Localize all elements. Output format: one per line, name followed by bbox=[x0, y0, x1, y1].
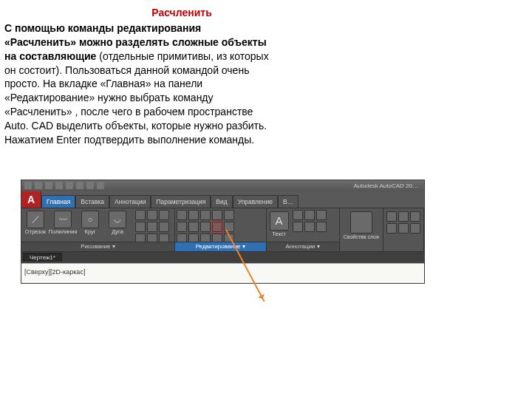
draw-polyline-button[interactable]: 〰 Полилиния bbox=[50, 210, 75, 244]
qat-icon[interactable] bbox=[55, 182, 63, 189]
draw-small-grid bbox=[135, 210, 169, 244]
draw-circle-label: Круг bbox=[85, 229, 96, 235]
tab-manage[interactable]: Управление bbox=[233, 195, 278, 208]
draw-tool-icon[interactable] bbox=[135, 222, 146, 232]
window-title: Autodesk AutoCAD 20… bbox=[353, 183, 421, 189]
draw-tool-icon[interactable] bbox=[147, 222, 157, 232]
drawing-viewport[interactable]: [Сверху][2D-каркас] bbox=[21, 263, 424, 283]
layer-properties-icon[interactable] bbox=[350, 211, 372, 233]
panel-draw: ／ Отрезок 〰 Полилиния ○ Круг ◡ Дуга bbox=[21, 208, 175, 251]
tab-home[interactable]: Главная bbox=[41, 195, 75, 208]
edit-tool-icon[interactable] bbox=[200, 222, 211, 232]
edit-tool-icon[interactable] bbox=[177, 222, 187, 232]
qat-icon[interactable] bbox=[24, 182, 32, 189]
ribbon-body: ／ Отрезок 〰 Полилиния ○ Круг ◡ Дуга bbox=[21, 208, 424, 252]
qat-icon[interactable] bbox=[45, 182, 52, 189]
panel-edit-label[interactable]: Редактирование ▾ bbox=[175, 242, 266, 251]
draw-arc-button[interactable]: ◡ Дуга bbox=[105, 210, 130, 244]
explanation-block: Расчленить С помощью команды редактирова… bbox=[0, 0, 275, 150]
qat-icon[interactable] bbox=[66, 182, 73, 189]
document-tabs: Чертеж1* bbox=[21, 252, 424, 263]
qat-icon[interactable] bbox=[86, 182, 94, 189]
edit-small-grid bbox=[177, 210, 234, 244]
edit-tool-icon[interactable] bbox=[200, 210, 211, 220]
draw-tool-icon[interactable] bbox=[159, 222, 169, 232]
explanation-title: Расчленить bbox=[93, 6, 270, 20]
panel-annotations: A Текст Аннотации ▾ bbox=[267, 208, 340, 251]
draw-tool-icon[interactable] bbox=[147, 210, 157, 220]
tool-icon[interactable] bbox=[398, 211, 409, 222]
viewport-label[interactable]: [Сверху][2D-каркас] bbox=[24, 268, 85, 276]
draw-circle-button[interactable]: ○ Круг bbox=[78, 210, 103, 244]
qat-icon[interactable] bbox=[76, 182, 83, 189]
edit-tool-icon[interactable] bbox=[188, 222, 199, 232]
edit-tool-icon[interactable] bbox=[188, 210, 199, 220]
explode-button[interactable] bbox=[212, 222, 222, 232]
anno-tool-icon[interactable] bbox=[293, 210, 303, 220]
anno-tool-icon[interactable] bbox=[316, 210, 327, 220]
tool-icon[interactable] bbox=[386, 211, 397, 222]
anno-small-grid bbox=[293, 210, 327, 232]
tool-icon[interactable] bbox=[410, 211, 420, 222]
tool-icon[interactable] bbox=[386, 223, 397, 233]
panel-overflow bbox=[383, 208, 424, 251]
polyline-icon: 〰 bbox=[54, 211, 72, 228]
draw-polyline-label: Полилиния bbox=[49, 229, 78, 235]
anno-tool-icon[interactable] bbox=[293, 222, 303, 232]
ribbon-tabs: Главная Вставка Аннотации Параметризация… bbox=[41, 191, 299, 208]
draw-arc-label: Дуга bbox=[112, 229, 123, 235]
qat-icon[interactable] bbox=[35, 182, 42, 189]
text-button-label: Текст bbox=[272, 231, 286, 237]
edit-tool-icon[interactable] bbox=[224, 210, 234, 220]
app-menu-button[interactable]: A bbox=[21, 191, 41, 208]
explanation-body-rest: (отдельные примитивы, из которых он сост… bbox=[4, 50, 269, 146]
title-bar: Autodesk AutoCAD 20… bbox=[21, 180, 424, 191]
qat bbox=[24, 182, 353, 189]
tab-insert[interactable]: Вставка bbox=[75, 195, 109, 208]
tab-more[interactable]: В… bbox=[278, 195, 299, 208]
tab-view[interactable]: Вид bbox=[211, 195, 232, 208]
tool-icon[interactable] bbox=[398, 223, 409, 233]
tab-parametrics[interactable]: Параметризация bbox=[151, 195, 211, 208]
draw-line-button[interactable]: ／ Отрезок bbox=[23, 210, 48, 244]
draw-tool-icon[interactable] bbox=[135, 210, 146, 220]
panel-anno-label[interactable]: Аннотации ▾ bbox=[267, 242, 339, 251]
panel-layers: Свойства слоя bbox=[340, 208, 383, 251]
tool-icon[interactable] bbox=[410, 223, 420, 233]
line-icon: ／ bbox=[27, 211, 44, 228]
edit-tool-icon[interactable] bbox=[177, 210, 187, 220]
anno-tool-icon[interactable] bbox=[304, 222, 315, 232]
circle-icon: ○ bbox=[81, 211, 99, 228]
layer-properties-label: Свойства слоя bbox=[341, 234, 381, 239]
panel-edit: Редактирование ▾ bbox=[175, 208, 267, 251]
text-button[interactable]: A bbox=[270, 211, 289, 231]
anno-tool-icon[interactable] bbox=[316, 222, 327, 232]
document-tab[interactable]: Чертеж1* bbox=[23, 253, 62, 262]
panel-draw-label[interactable]: Рисование ▾ bbox=[21, 242, 174, 251]
anno-tool-icon[interactable] bbox=[304, 210, 315, 220]
arc-icon: ◡ bbox=[109, 211, 126, 228]
draw-line-label: Отрезок bbox=[25, 229, 46, 235]
edit-tool-icon[interactable] bbox=[212, 210, 222, 220]
tab-annotations[interactable]: Аннотации bbox=[109, 195, 151, 208]
draw-tool-icon[interactable] bbox=[159, 210, 169, 220]
explanation-body: С помощью команды редактирования «Расчле… bbox=[4, 21, 270, 147]
autocad-screenshot: Autodesk AutoCAD 20… A Главная Вставка А… bbox=[21, 180, 425, 284]
qat-icon[interactable] bbox=[97, 182, 104, 189]
ribbon-header: A Главная Вставка Аннотации Параметризац… bbox=[21, 191, 424, 208]
